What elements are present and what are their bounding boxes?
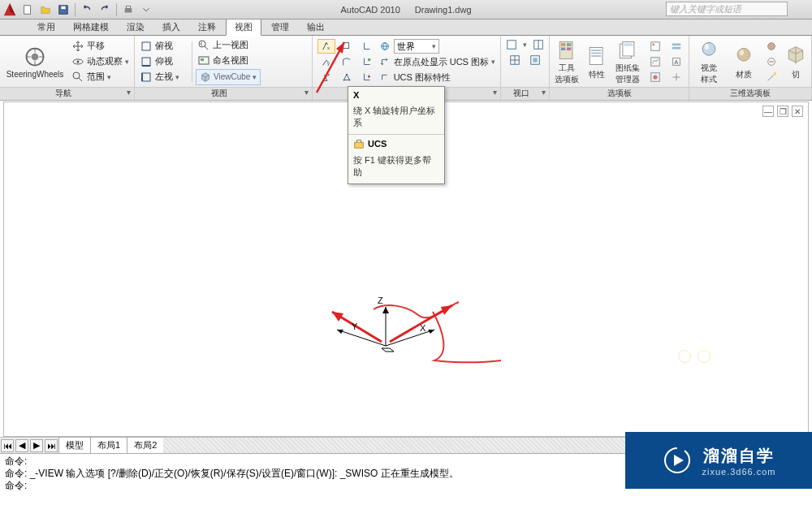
tab-render[interactable]: 渲染 [119,19,153,35]
tab-view[interactable]: 视图 [226,19,261,36]
svg-rect-37 [561,47,565,50]
tab-layout2[interactable]: 布局2 [127,437,164,454]
viz-i1-icon[interactable] [762,39,780,54]
palette-i1-icon[interactable] [646,39,664,54]
svg-rect-14 [142,42,150,50]
panel-nav: SteeringWheels 平移 动态观察▾ 范围▾ 导航▾ [0,36,135,100]
svg-point-59 [768,42,775,50]
app-menu-icon[interactable] [0,0,19,19]
viewcube-button[interactable]: ViewCube▾ [196,69,261,85]
ucs-combo[interactable]: 世界▾ [394,39,439,54]
ucs-show-label[interactable]: 在原点处显示 UCS 图标 [394,56,489,68]
sheetset-button[interactable]: 图纸集 管理器 [613,38,643,85]
axis-y-label: Y [352,322,358,331]
tab-layout1[interactable]: 布局1 [90,437,127,454]
svg-text:x: x [327,45,330,50]
watermark-play-icon [661,444,693,477]
palette-i3-icon[interactable] [646,70,664,84]
new-icon[interactable] [19,2,36,17]
tab-model[interactable]: 模型 [58,437,91,454]
svg-marker-76 [674,455,684,466]
tab-last-icon[interactable]: ⏭ [45,439,58,452]
svg-text:y: y [327,60,330,66]
print-icon[interactable] [120,2,136,17]
qat-dropdown-icon[interactable] [138,2,154,17]
extents-button[interactable]: 范围▾ [70,70,131,84]
ucs-x-tooltip: X 绕 X 轴旋转用户坐标系 UCS 按 F1 键获得更多帮助 [348,86,445,184]
svg-rect-62 [355,142,364,148]
top-view-button[interactable]: 俯视 [138,39,188,54]
palette-i6-icon[interactable] [667,70,685,84]
svg-rect-21 [343,43,348,49]
tooltip-ucs-row: UCS [348,135,444,153]
named-view-button[interactable]: 命名视图 [196,54,261,68]
tab-manage[interactable]: 管理 [263,19,297,35]
panel-viewport-title: 视口▾ [501,87,549,100]
orbit-button[interactable]: 动态观察▾ [70,54,131,69]
steeringwheels-button[interactable]: SteeringWheels [3,38,67,85]
tab-insert[interactable]: 插入 [154,19,188,35]
svg-rect-16 [142,73,150,81]
svg-point-57 [737,48,750,61]
tooltip-title: X [348,87,444,103]
svg-marker-74 [382,307,389,313]
svg-rect-42 [591,55,601,57]
tab-mesh[interactable]: 网格建模 [65,19,117,35]
tab-prev-icon[interactable]: ◀ [15,439,28,452]
material-button[interactable]: 材质 [728,38,759,85]
open-icon[interactable] [37,2,54,17]
canvas-min-icon[interactable]: — [762,106,774,117]
svg-rect-33 [533,58,537,62]
viz-i2-icon[interactable] [762,54,780,69]
svg-line-69 [337,330,386,346]
palette-i5-icon[interactable]: A [667,54,685,69]
section-button[interactable]: 切 [784,38,808,85]
redo-icon[interactable] [97,2,113,17]
tab-home[interactable]: 常用 [29,19,63,35]
visual-style-button[interactable]: 视觉 样式 [693,38,725,85]
viz-i3-icon[interactable] [762,70,780,84]
tab-annotate[interactable]: 注释 [190,19,224,35]
ucs-l2-button[interactable] [358,54,376,69]
ucs-face-button[interactable] [338,39,356,54]
canvas-restore-icon[interactable]: ❐ [777,106,788,117]
canvas-close-icon[interactable]: ✕ [792,106,803,117]
svg-rect-51 [672,43,681,45]
vp-one-icon[interactable] [503,37,520,52]
ucs-l-button[interactable] [358,39,376,54]
properties-button[interactable]: 特性 [584,38,610,85]
palette-i4-icon[interactable] [667,39,685,54]
search-input[interactable]: 键入关键字或短语 [666,2,788,16]
left-view-button[interactable]: 左视▾ [138,70,188,84]
ucs-z-button[interactable]: z [317,70,335,84]
watermark: 溜溜自学 zixue.3d66.com [625,432,812,489]
save-icon[interactable] [55,2,71,17]
axis-z-label: Z [378,297,383,305]
svg-point-55 [702,42,715,55]
ucs-l3-button[interactable] [358,70,376,84]
ucs-origin-button[interactable] [338,54,356,69]
watermark-en: zixue.3d66.com [702,467,775,477]
svg-marker-68 [441,305,452,315]
bottom-view-button[interactable]: 仰视 [138,54,188,69]
vp-restore-icon[interactable] [526,53,544,67]
ucs-y-button[interactable]: y [317,54,335,69]
panel-view-title: 视图▾ [135,87,312,100]
tab-output[interactable]: 输出 [299,19,333,35]
ucs-3p-button[interactable] [338,70,356,84]
svg-rect-41 [591,52,601,54]
svg-rect-40 [591,50,601,51]
tab-first-icon[interactable]: ⏮ [1,439,14,452]
ucs-x-button[interactable]: x [317,39,335,54]
tool-palette-button[interactable]: 工具 选项板 [553,38,581,85]
prev-view-button[interactable]: 上一视图 [196,38,261,53]
pan-button[interactable]: 平移 [70,39,131,54]
ucs-props-button[interactable]: UCS 图标特性 [394,71,451,84]
undo-icon[interactable] [79,2,95,17]
svg-rect-19 [201,58,204,61]
palette-i2-icon[interactable] [646,54,664,69]
svg-rect-47 [653,43,655,45]
vp-join-icon[interactable] [529,37,547,52]
tab-next-icon[interactable]: ▶ [30,439,43,452]
vp-named-icon[interactable] [506,53,524,67]
